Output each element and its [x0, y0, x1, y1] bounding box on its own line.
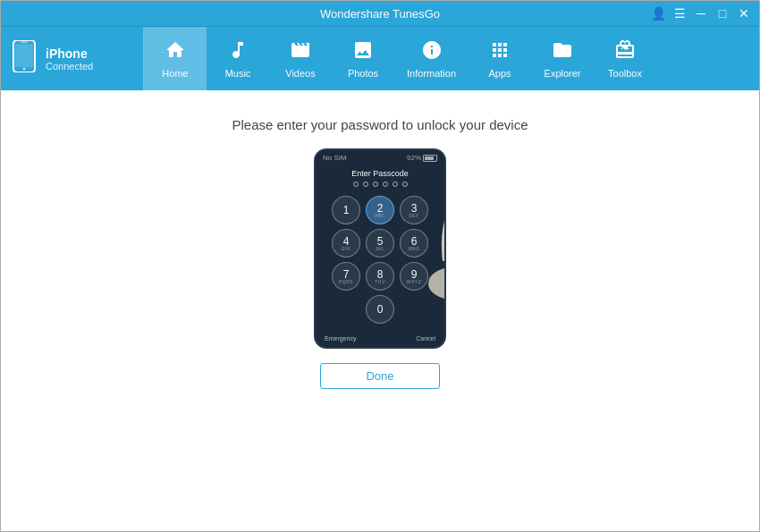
photos-icon — [352, 39, 374, 64]
unlock-prompt: Please enter your password to unlock you… — [232, 117, 528, 132]
information-icon — [421, 39, 443, 64]
keypad-row-4: 0 — [323, 295, 437, 324]
music-icon — [227, 39, 249, 64]
tab-explorer-label: Explorer — [545, 68, 581, 79]
app-title: Wondershare TunesGo — [320, 7, 440, 21]
done-btn-wrap: Done — [320, 363, 439, 389]
passcode-dots — [316, 182, 444, 187]
tab-home-label: Home — [162, 68, 188, 79]
device-panel: iPhone Connected — [1, 27, 144, 90]
key-0[interactable]: 0 — [366, 295, 394, 324]
key-1[interactable]: 1 — [332, 196, 360, 224]
tab-toolbox[interactable]: Toolbox — [594, 27, 656, 90]
emergency-link[interactable]: Emergency — [325, 335, 356, 342]
key-6[interactable]: 6 MNO — [400, 229, 428, 258]
keypad: 1 2 ABC 3 DEF 4 GHI 5 JKL — [316, 194, 444, 332]
key-2[interactable]: 2 ABC — [366, 196, 394, 224]
battery-icon — [423, 155, 437, 162]
dot-1 — [353, 182, 359, 187]
svg-point-6 — [444, 237, 446, 241]
key-5[interactable]: 5 JKL — [366, 229, 394, 258]
tab-apps-label: Apps — [488, 68, 511, 79]
sim-status: No SIM — [323, 154, 347, 162]
apps-icon — [489, 39, 511, 64]
user-icon[interactable]: 👤 — [650, 5, 666, 21]
svg-point-2 — [23, 68, 26, 71]
title-bar: Wondershare TunesGo 👤 ☰ ─ □ ✕ — [1, 1, 759, 26]
tab-photos[interactable]: Photos — [332, 27, 394, 90]
enter-passcode-label: Enter Passcode — [316, 164, 444, 182]
iphone-icon — [12, 40, 37, 77]
nav-tabs: Home Music Videos Photo — [144, 27, 759, 90]
keypad-row-2: 4 GHI 5 JKL 6 MNO — [323, 229, 437, 258]
keypad-row-1: 1 2 ABC 3 DEF — [323, 196, 437, 224]
main-content: Please enter your password to unlock you… — [1, 90, 759, 532]
menu-icon[interactable]: ☰ — [671, 5, 688, 21]
key-3[interactable]: 3 DEF — [400, 196, 428, 224]
battery-status: 92% — [407, 154, 437, 162]
key-7[interactable]: 7 PQRS — [332, 262, 360, 291]
toolbox-icon — [614, 39, 636, 64]
device-status: Connected — [46, 61, 93, 72]
phone-mockup: No SIM 92% Enter Passcode 1 2 — [314, 148, 446, 349]
window-controls: 👤 ☰ ─ □ ✕ — [650, 5, 752, 21]
svg-point-5 — [443, 249, 446, 255]
videos-icon — [290, 39, 311, 64]
dot-4 — [383, 182, 388, 187]
minimize-icon[interactable]: ─ — [693, 5, 709, 21]
tab-information-label: Information — [407, 68, 456, 79]
tab-music-label: Music — [225, 68, 251, 79]
tab-videos-label: Videos — [285, 68, 315, 79]
tab-home[interactable]: Home — [144, 27, 207, 90]
maximize-icon[interactable]: □ — [714, 5, 730, 21]
dot-2 — [363, 182, 368, 187]
dot-3 — [373, 182, 378, 187]
key-4[interactable]: 4 GHI — [332, 229, 360, 258]
tab-music[interactable]: Music — [207, 27, 269, 90]
key-8[interactable]: 8 TUV — [366, 262, 394, 291]
close-icon[interactable]: ✕ — [736, 5, 752, 21]
tab-toolbox-label: Toolbox — [608, 68, 642, 79]
svg-rect-3 — [21, 42, 28, 44]
keypad-row-3: 7 PQRS 8 TUV 9 WXYZ — [323, 262, 437, 291]
explorer-icon — [552, 39, 573, 64]
tab-apps[interactable]: Apps — [469, 27, 531, 90]
home-icon — [165, 39, 186, 64]
dot-6 — [402, 182, 408, 187]
device-name: iPhone — [46, 46, 93, 61]
device-info: iPhone Connected — [46, 46, 93, 72]
phone-status-bar: No SIM 92% — [316, 150, 444, 164]
svg-rect-1 — [15, 44, 33, 67]
key-9[interactable]: 9 WXYZ — [400, 262, 428, 291]
phone-bottom-bar: Emergency Cancel — [316, 332, 444, 347]
tab-videos[interactable]: Videos — [269, 27, 332, 90]
cancel-link[interactable]: Cancel — [416, 335, 435, 342]
done-button[interactable]: Done — [320, 363, 439, 389]
tab-information[interactable]: Information — [394, 27, 469, 90]
header: iPhone Connected Home Music — [1, 26, 759, 90]
tab-photos-label: Photos — [348, 68, 378, 79]
dot-5 — [393, 182, 398, 187]
svg-point-7 — [445, 215, 446, 224]
tab-explorer[interactable]: Explorer — [531, 27, 594, 90]
